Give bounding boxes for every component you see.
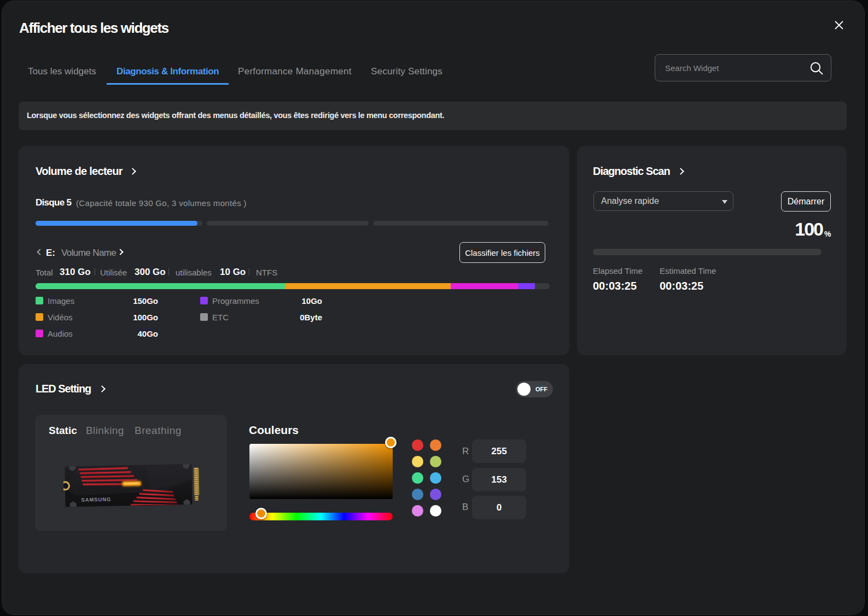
svg-text:SAMSUNG: SAMSUNG <box>81 496 111 503</box>
